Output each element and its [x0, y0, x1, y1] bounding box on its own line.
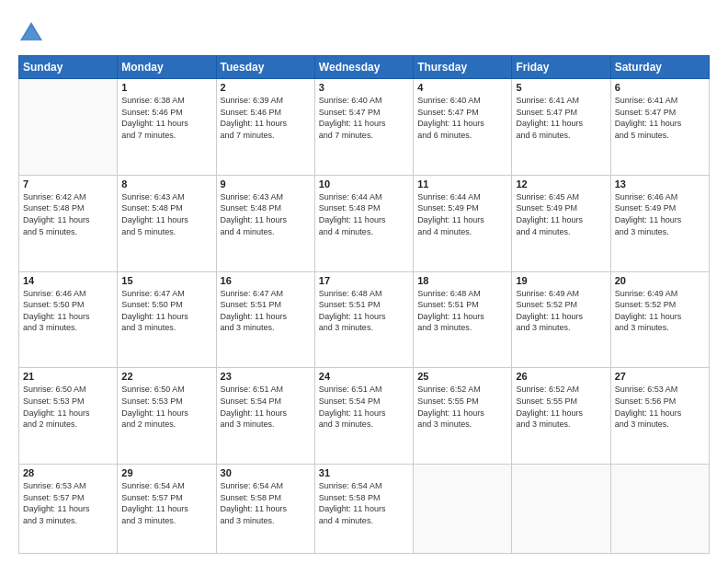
table-row: 3Sunrise: 6:40 AMSunset: 5:47 PMDaylight… [314, 79, 413, 176]
day-number: 29 [121, 467, 211, 478]
day-number: 9 [221, 178, 311, 190]
table-row: 29Sunrise: 6:54 AMSunset: 5:57 PMDayligh… [118, 465, 216, 554]
table-row: 20Sunrise: 6:49 AMSunset: 5:52 PMDayligh… [610, 271, 709, 368]
day-number: 4 [417, 82, 507, 93]
page: Sunday Monday Tuesday Wednesday Thursday… [0, 0, 728, 563]
day-number: 2 [221, 82, 311, 93]
day-number: 27 [615, 371, 705, 382]
day-info: Sunrise: 6:50 AMSunset: 5:53 PMDaylight:… [23, 384, 113, 430]
table-row: 17Sunrise: 6:48 AMSunset: 5:51 PMDayligh… [314, 271, 413, 368]
day-number: 11 [417, 178, 507, 190]
day-info: Sunrise: 6:46 AMSunset: 5:50 PMDaylight:… [23, 288, 113, 334]
day-number: 19 [516, 275, 606, 286]
day-info: Sunrise: 6:52 AMSunset: 5:55 PMDaylight:… [417, 384, 507, 430]
day-info: Sunrise: 6:47 AMSunset: 5:50 PMDaylight:… [121, 288, 211, 334]
day-info: Sunrise: 6:41 AMSunset: 5:47 PMDaylight:… [516, 95, 606, 141]
day-info: Sunrise: 6:54 AMSunset: 5:57 PMDaylight:… [121, 480, 211, 526]
table-row [610, 465, 709, 554]
day-info: Sunrise: 6:45 AMSunset: 5:49 PMDaylight:… [516, 191, 606, 237]
table-row: 9Sunrise: 6:43 AMSunset: 5:48 PMDaylight… [216, 175, 314, 271]
day-info: Sunrise: 6:41 AMSunset: 5:47 PMDaylight:… [615, 95, 705, 141]
day-info: Sunrise: 6:54 AMSunset: 5:58 PMDaylight:… [221, 480, 311, 526]
table-row: 22Sunrise: 6:50 AMSunset: 5:53 PMDayligh… [118, 368, 216, 465]
day-info: Sunrise: 6:46 AMSunset: 5:49 PMDaylight:… [615, 191, 705, 237]
day-info: Sunrise: 6:49 AMSunset: 5:52 PMDaylight:… [615, 288, 705, 334]
day-number: 15 [121, 275, 211, 286]
table-row: 25Sunrise: 6:52 AMSunset: 5:55 PMDayligh… [414, 368, 512, 465]
day-info: Sunrise: 6:43 AMSunset: 5:48 PMDaylight:… [221, 191, 311, 237]
table-row: 26Sunrise: 6:52 AMSunset: 5:55 PMDayligh… [512, 368, 610, 465]
day-info: Sunrise: 6:48 AMSunset: 5:51 PMDaylight:… [319, 288, 409, 334]
col-thursday: Thursday [414, 56, 512, 79]
day-number: 30 [221, 467, 311, 478]
day-number: 24 [319, 371, 409, 382]
day-number: 25 [417, 371, 507, 382]
day-number: 10 [319, 178, 409, 190]
table-row: 14Sunrise: 6:46 AMSunset: 5:50 PMDayligh… [19, 271, 118, 368]
table-row [512, 465, 610, 554]
table-row: 5Sunrise: 6:41 AMSunset: 5:47 PMDaylight… [512, 79, 610, 176]
table-row [414, 465, 512, 554]
table-row: 2Sunrise: 6:39 AMSunset: 5:46 PMDaylight… [216, 79, 314, 176]
day-info: Sunrise: 6:42 AMSunset: 5:48 PMDaylight:… [23, 191, 113, 237]
day-number: 20 [615, 275, 705, 286]
col-monday: Monday [118, 56, 216, 79]
day-number: 6 [615, 82, 705, 93]
table-row: 31Sunrise: 6:54 AMSunset: 5:58 PMDayligh… [314, 465, 413, 554]
day-number: 12 [516, 178, 606, 190]
table-row: 24Sunrise: 6:51 AMSunset: 5:54 PMDayligh… [314, 368, 413, 465]
day-number: 3 [319, 82, 409, 93]
table-row: 27Sunrise: 6:53 AMSunset: 5:56 PMDayligh… [610, 368, 709, 465]
day-info: Sunrise: 6:53 AMSunset: 5:56 PMDaylight:… [615, 384, 705, 430]
day-number: 16 [221, 275, 311, 286]
day-info: Sunrise: 6:39 AMSunset: 5:46 PMDaylight:… [221, 95, 311, 141]
day-info: Sunrise: 6:52 AMSunset: 5:55 PMDaylight:… [516, 384, 606, 430]
table-row: 1Sunrise: 6:38 AMSunset: 5:46 PMDaylight… [118, 79, 216, 176]
table-row: 21Sunrise: 6:50 AMSunset: 5:53 PMDayligh… [19, 368, 118, 465]
logo [18, 20, 48, 46]
table-row [19, 79, 118, 176]
day-info: Sunrise: 6:49 AMSunset: 5:52 PMDaylight:… [516, 288, 606, 334]
day-info: Sunrise: 6:44 AMSunset: 5:49 PMDaylight:… [417, 191, 507, 237]
table-row: 19Sunrise: 6:49 AMSunset: 5:52 PMDayligh… [512, 271, 610, 368]
table-row: 28Sunrise: 6:53 AMSunset: 5:57 PMDayligh… [19, 465, 118, 554]
table-row: 23Sunrise: 6:51 AMSunset: 5:54 PMDayligh… [216, 368, 314, 465]
day-info: Sunrise: 6:43 AMSunset: 5:48 PMDaylight:… [121, 191, 211, 237]
day-number: 1 [121, 82, 211, 93]
table-row: 7Sunrise: 6:42 AMSunset: 5:48 PMDaylight… [19, 175, 118, 271]
table-row: 18Sunrise: 6:48 AMSunset: 5:51 PMDayligh… [414, 271, 512, 368]
table-row: 30Sunrise: 6:54 AMSunset: 5:58 PMDayligh… [216, 465, 314, 554]
table-row: 8Sunrise: 6:43 AMSunset: 5:48 PMDaylight… [118, 175, 216, 271]
day-number: 5 [516, 82, 606, 93]
day-info: Sunrise: 6:51 AMSunset: 5:54 PMDaylight:… [221, 384, 311, 430]
day-number: 23 [221, 371, 311, 382]
day-number: 28 [23, 467, 113, 478]
table-row: 12Sunrise: 6:45 AMSunset: 5:49 PMDayligh… [512, 175, 610, 271]
calendar-header-row: Sunday Monday Tuesday Wednesday Thursday… [19, 56, 710, 79]
day-info: Sunrise: 6:54 AMSunset: 5:58 PMDaylight:… [319, 480, 409, 526]
day-info: Sunrise: 6:40 AMSunset: 5:47 PMDaylight:… [319, 95, 409, 141]
day-info: Sunrise: 6:40 AMSunset: 5:47 PMDaylight:… [417, 95, 507, 141]
day-number: 22 [121, 371, 211, 382]
table-row: 15Sunrise: 6:47 AMSunset: 5:50 PMDayligh… [118, 271, 216, 368]
day-info: Sunrise: 6:44 AMSunset: 5:48 PMDaylight:… [319, 191, 409, 237]
col-friday: Friday [512, 56, 610, 79]
calendar-table: Sunday Monday Tuesday Wednesday Thursday… [18, 55, 710, 554]
table-row: 13Sunrise: 6:46 AMSunset: 5:49 PMDayligh… [610, 175, 709, 271]
day-info: Sunrise: 6:38 AMSunset: 5:46 PMDaylight:… [121, 95, 211, 141]
day-info: Sunrise: 6:48 AMSunset: 5:51 PMDaylight:… [417, 288, 507, 334]
day-info: Sunrise: 6:51 AMSunset: 5:54 PMDaylight:… [319, 384, 409, 430]
col-wednesday: Wednesday [314, 56, 413, 79]
day-number: 21 [23, 371, 113, 382]
table-row: 6Sunrise: 6:41 AMSunset: 5:47 PMDaylight… [610, 79, 709, 176]
day-info: Sunrise: 6:50 AMSunset: 5:53 PMDaylight:… [121, 384, 211, 430]
col-tuesday: Tuesday [216, 56, 314, 79]
table-row: 10Sunrise: 6:44 AMSunset: 5:48 PMDayligh… [314, 175, 413, 271]
table-row: 16Sunrise: 6:47 AMSunset: 5:51 PMDayligh… [216, 271, 314, 368]
day-number: 18 [417, 275, 507, 286]
day-number: 31 [319, 467, 409, 478]
table-row: 4Sunrise: 6:40 AMSunset: 5:47 PMDaylight… [414, 79, 512, 176]
day-number: 14 [23, 275, 113, 286]
col-saturday: Saturday [610, 56, 709, 79]
day-number: 8 [121, 178, 211, 190]
